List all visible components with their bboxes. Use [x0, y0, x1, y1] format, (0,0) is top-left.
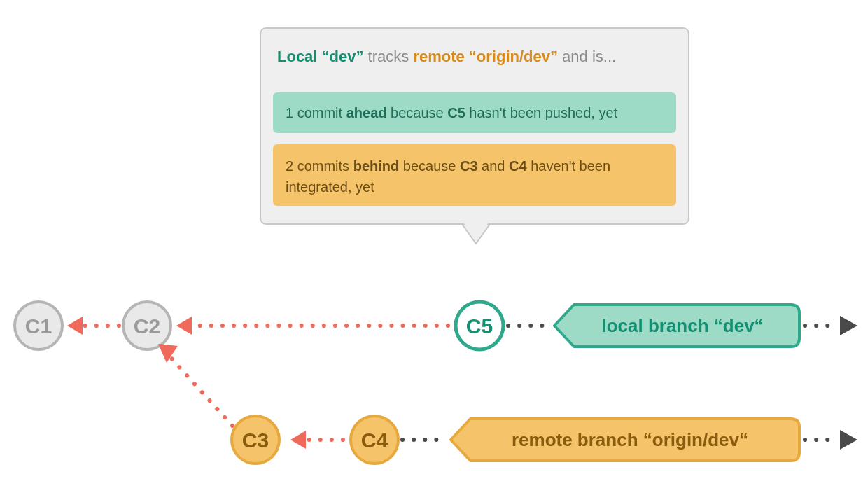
svg-text:C1: C1: [25, 314, 52, 338]
svg-text:local branch “dev“: local branch “dev“: [601, 315, 763, 336]
remote-branch-tag: remote branch “origin/dev“: [451, 419, 799, 461]
svg-rect-5: [273, 144, 676, 206]
svg-marker-28: [840, 430, 858, 450]
git-tracking-diagram: Local “dev” tracks remote “origin/dev” a…: [0, 0, 868, 486]
svg-text:C2: C2: [134, 314, 160, 338]
svg-line-22: [167, 353, 232, 426]
svg-text:C4: C4: [361, 429, 388, 452]
callout-title: Local “dev” tracks remote “origin/dev” a…: [277, 48, 616, 65]
edge-c3-to-c2: [158, 344, 232, 426]
edge-remote-branch-future: [805, 430, 858, 450]
edge-c4-to-c3: [290, 431, 343, 449]
svg-marker-23: [158, 344, 178, 363]
svg-text:C3: C3: [242, 429, 269, 452]
commit-c1: C1: [15, 302, 62, 349]
svg-text:remote branch “origin/dev“: remote branch “origin/dev“: [512, 429, 748, 450]
svg-marker-14: [840, 316, 858, 335]
commit-c5: C5: [456, 302, 503, 349]
svg-text:C5: C5: [466, 314, 493, 338]
edge-local-branch-future: [805, 316, 858, 335]
commit-c3: C3: [232, 416, 279, 464]
svg-text:1 commit ahead because C5 hasn: 1 commit ahead because C5 hasn't been pu…: [286, 105, 618, 120]
commit-c2: C2: [123, 302, 171, 349]
callout-behind-row: 2 commits behind because C3 and C4 haven…: [273, 144, 676, 206]
svg-marker-9: [67, 317, 83, 335]
svg-marker-25: [290, 431, 306, 449]
svg-text:2 commits behind because C3 an: 2 commits behind because C3 and C4 haven…: [286, 158, 610, 174]
callout-ahead-row: 1 commit ahead because C5 hasn't been pu…: [273, 92, 676, 133]
callout-box: Local “dev” tracks remote “origin/dev” a…: [260, 28, 689, 244]
svg-text:integrated, yet: integrated, yet: [286, 179, 374, 195]
edge-c5-to-c2: [176, 317, 448, 335]
svg-marker-11: [176, 317, 192, 335]
local-branch-tag: local branch “dev“: [554, 305, 799, 347]
edge-c2-to-c1: [67, 317, 119, 335]
commit-c4: C4: [351, 416, 398, 464]
